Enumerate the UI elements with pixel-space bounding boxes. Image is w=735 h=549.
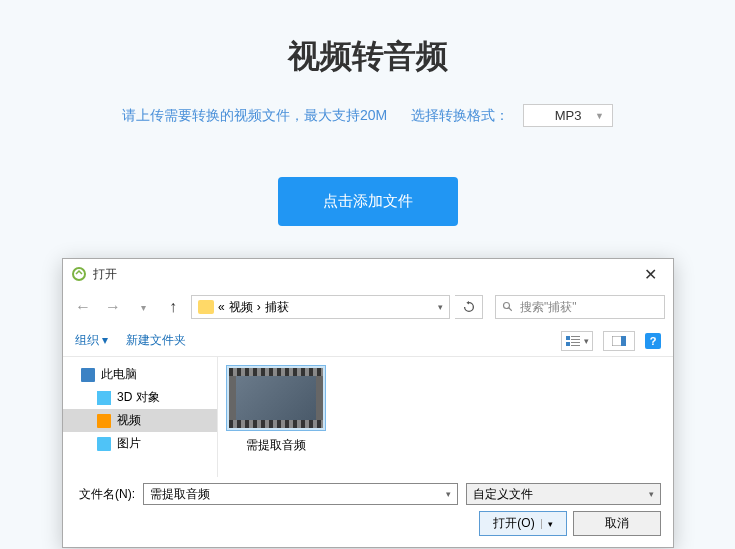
open-button[interactable]: 打开(O) ▾ [479,511,567,536]
tree-item-3d[interactable]: 3D 对象 [63,386,217,409]
close-icon[interactable]: ✕ [636,265,665,284]
upload-hint: 请上传需要转换的视频文件，最大支持20M [122,107,387,123]
dialog-titlebar: 打开 ✕ [63,259,673,289]
search-input[interactable]: 搜索"捕获" [495,295,665,319]
tree-label: 图片 [117,435,141,452]
tree-item-pc[interactable]: 此电脑 [63,363,217,386]
forward-icon[interactable]: → [101,295,125,319]
dialog-nav: ← → ▾ ↑ « 视频 › 捕获 ▾ 搜索"捕获" [63,289,673,325]
tree-item-image[interactable]: 图片 [63,432,217,455]
chevron-down-icon[interactable]: ▾ [541,519,553,529]
upload-hint-row: 请上传需要转换的视频文件，最大支持20M 选择转换格式： MP3 [0,104,735,127]
recent-dropdown-icon[interactable]: ▾ [131,295,155,319]
tree-label: 此电脑 [101,366,137,383]
dialog-footer: 文件名(N): 需提取音频 ▾ 自定义文件 ▾ 打开(O) ▾ 取消 [63,477,673,542]
refresh-icon[interactable] [455,295,483,319]
preview-pane-button[interactable] [603,331,635,351]
tree-label: 3D 对象 [117,389,160,406]
cancel-button[interactable]: 取消 [573,511,661,536]
chevron-down-icon: ▾ [584,336,589,346]
file-thumbnail [226,365,326,431]
dialog-body: 此电脑 3D 对象 视频 图片 [63,357,673,477]
breadcrumb-prefix: « [218,300,225,314]
folder-tree: 此电脑 3D 对象 视频 图片 [63,357,218,477]
svg-line-2 [509,308,512,311]
organize-menu[interactable]: 组织 ▾ [75,332,108,349]
chevron-down-icon[interactable]: ▾ [438,302,443,312]
help-icon[interactable]: ? [645,333,661,349]
chevron-down-icon: ▾ [649,489,654,499]
dialog-toolbar: 组织 ▾ 新建文件夹 ▾ ? [63,325,673,357]
view-mode-button[interactable]: ▾ [561,331,593,351]
svg-rect-10 [621,336,626,346]
format-label: 选择转换格式： [411,107,509,123]
page-title: 视频转音频 [0,0,735,104]
filmstrip-icon [229,420,323,428]
app-icon [71,266,87,282]
pc-icon [81,368,95,382]
svg-rect-8 [571,345,580,346]
svg-point-0 [73,268,85,280]
dialog-title: 打开 [93,266,117,283]
new-folder-button[interactable]: 新建文件夹 [126,332,186,349]
video-icon [97,414,111,428]
search-placeholder: 搜索"捕获" [520,299,577,316]
cube-icon [97,391,111,405]
breadcrumb[interactable]: « 视频 › 捕获 ▾ [191,295,450,319]
file-open-dialog: 打开 ✕ ← → ▾ ↑ « 视频 › 捕获 ▾ 搜索"捕获" 组织 ▾ 新建文… [62,258,674,548]
tree-item-video[interactable]: 视频 [63,409,217,432]
chevron-down-icon[interactable]: ▾ [446,489,451,499]
filename-input[interactable]: 需提取音频 ▾ [143,483,458,505]
format-select[interactable]: MP3 [523,104,613,127]
filetype-select[interactable]: 自定义文件 ▾ [466,483,661,505]
svg-rect-5 [571,339,580,340]
search-icon [502,301,514,313]
svg-rect-7 [571,342,580,343]
file-item[interactable]: 需提取音频 [226,365,326,454]
filmstrip-icon [229,368,323,376]
svg-rect-3 [566,336,570,340]
tree-label: 视频 [117,412,141,429]
breadcrumb-part[interactable]: 视频 [229,299,253,316]
filetype-value: 自定义文件 [473,486,533,503]
image-icon [97,437,111,451]
filename-value: 需提取音频 [150,486,210,503]
back-icon[interactable]: ← [71,295,95,319]
svg-rect-6 [566,342,570,346]
breadcrumb-sep: › [257,300,261,314]
breadcrumb-part[interactable]: 捕获 [265,299,289,316]
add-file-button[interactable]: 点击添加文件 [278,177,458,226]
up-icon[interactable]: ↑ [161,295,185,319]
folder-icon [198,300,214,314]
file-name: 需提取音频 [226,437,326,454]
svg-rect-4 [571,336,580,337]
svg-point-1 [504,303,510,309]
filename-label: 文件名(N): [75,486,135,503]
file-list[interactable]: 需提取音频 [218,357,673,477]
